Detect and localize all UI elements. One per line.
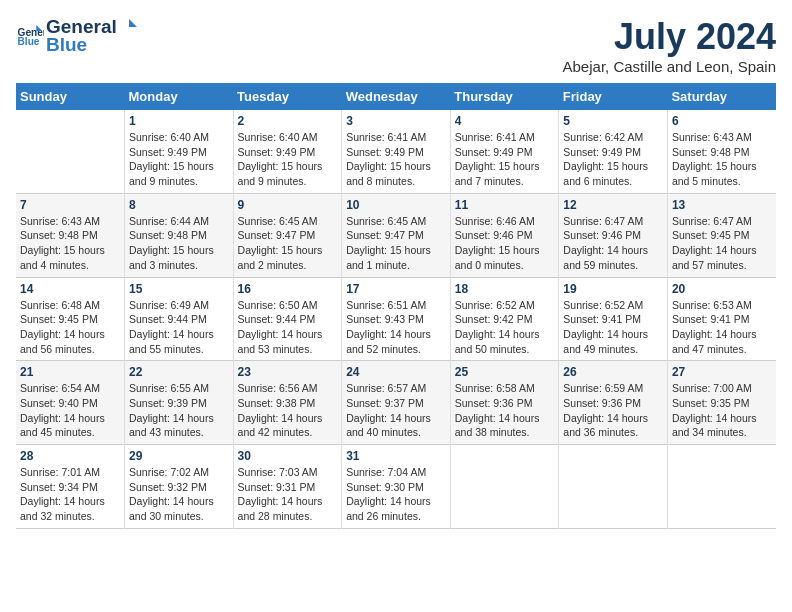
calendar-week-row: 7Sunrise: 6:43 AMSunset: 9:48 PMDaylight…: [16, 193, 776, 277]
header-friday: Friday: [559, 83, 668, 110]
calendar-cell: 19Sunrise: 6:52 AMSunset: 9:41 PMDayligh…: [559, 277, 668, 361]
cell-info: Sunrise: 6:51 AMSunset: 9:43 PMDaylight:…: [346, 299, 431, 355]
cell-info: Sunrise: 7:03 AMSunset: 9:31 PMDaylight:…: [238, 466, 323, 522]
calendar-cell: 4Sunrise: 6:41 AMSunset: 9:49 PMDaylight…: [450, 110, 559, 193]
calendar-cell: 8Sunrise: 6:44 AMSunset: 9:48 PMDaylight…: [125, 193, 234, 277]
day-number: 18: [455, 282, 555, 296]
svg-text:Blue: Blue: [18, 36, 40, 47]
cell-info: Sunrise: 6:56 AMSunset: 9:38 PMDaylight:…: [238, 382, 323, 438]
calendar-cell: 29Sunrise: 7:02 AMSunset: 9:32 PMDayligh…: [125, 445, 234, 529]
calendar-cell: 31Sunrise: 7:04 AMSunset: 9:30 PMDayligh…: [342, 445, 451, 529]
cell-info: Sunrise: 6:58 AMSunset: 9:36 PMDaylight:…: [455, 382, 540, 438]
calendar-cell: 11Sunrise: 6:46 AMSunset: 9:46 PMDayligh…: [450, 193, 559, 277]
calendar-cell: 5Sunrise: 6:42 AMSunset: 9:49 PMDaylight…: [559, 110, 668, 193]
cell-info: Sunrise: 6:43 AMSunset: 9:48 PMDaylight:…: [20, 215, 105, 271]
day-number: 16: [238, 282, 338, 296]
calendar-cell: 17Sunrise: 6:51 AMSunset: 9:43 PMDayligh…: [342, 277, 451, 361]
cell-info: Sunrise: 6:47 AMSunset: 9:46 PMDaylight:…: [563, 215, 648, 271]
header-saturday: Saturday: [667, 83, 776, 110]
day-number: 21: [20, 365, 120, 379]
day-number: 4: [455, 114, 555, 128]
calendar-cell: [667, 445, 776, 529]
page-header: General Blue General Blue July 2024 Abej…: [16, 16, 776, 75]
header-monday: Monday: [125, 83, 234, 110]
cell-info: Sunrise: 7:00 AMSunset: 9:35 PMDaylight:…: [672, 382, 757, 438]
location-subtitle: Abejar, Castille and Leon, Spain: [563, 58, 776, 75]
cell-info: Sunrise: 6:45 AMSunset: 9:47 PMDaylight:…: [238, 215, 323, 271]
header-tuesday: Tuesday: [233, 83, 342, 110]
cell-info: Sunrise: 6:47 AMSunset: 9:45 PMDaylight:…: [672, 215, 757, 271]
day-number: 12: [563, 198, 663, 212]
calendar-header-row: SundayMondayTuesdayWednesdayThursdayFrid…: [16, 83, 776, 110]
day-number: 27: [672, 365, 772, 379]
calendar-week-row: 21Sunrise: 6:54 AMSunset: 9:40 PMDayligh…: [16, 361, 776, 445]
calendar-week-row: 14Sunrise: 6:48 AMSunset: 9:45 PMDayligh…: [16, 277, 776, 361]
logo-chevron-icon: [117, 16, 139, 38]
day-number: 20: [672, 282, 772, 296]
calendar-cell: [559, 445, 668, 529]
header-thursday: Thursday: [450, 83, 559, 110]
calendar-cell: 6Sunrise: 6:43 AMSunset: 9:48 PMDaylight…: [667, 110, 776, 193]
calendar-cell: 9Sunrise: 6:45 AMSunset: 9:47 PMDaylight…: [233, 193, 342, 277]
calendar-table: SundayMondayTuesdayWednesdayThursdayFrid…: [16, 83, 776, 529]
day-number: 2: [238, 114, 338, 128]
calendar-cell: 27Sunrise: 7:00 AMSunset: 9:35 PMDayligh…: [667, 361, 776, 445]
header-sunday: Sunday: [16, 83, 125, 110]
calendar-cell: 18Sunrise: 6:52 AMSunset: 9:42 PMDayligh…: [450, 277, 559, 361]
calendar-cell: [450, 445, 559, 529]
day-number: 11: [455, 198, 555, 212]
calendar-cell: 15Sunrise: 6:49 AMSunset: 9:44 PMDayligh…: [125, 277, 234, 361]
day-number: 5: [563, 114, 663, 128]
cell-info: Sunrise: 6:59 AMSunset: 9:36 PMDaylight:…: [563, 382, 648, 438]
day-number: 3: [346, 114, 446, 128]
cell-info: Sunrise: 7:04 AMSunset: 9:30 PMDaylight:…: [346, 466, 431, 522]
calendar-cell: 25Sunrise: 6:58 AMSunset: 9:36 PMDayligh…: [450, 361, 559, 445]
cell-info: Sunrise: 6:52 AMSunset: 9:41 PMDaylight:…: [563, 299, 648, 355]
calendar-cell: 30Sunrise: 7:03 AMSunset: 9:31 PMDayligh…: [233, 445, 342, 529]
day-number: 23: [238, 365, 338, 379]
calendar-cell: 21Sunrise: 6:54 AMSunset: 9:40 PMDayligh…: [16, 361, 125, 445]
cell-info: Sunrise: 6:50 AMSunset: 9:44 PMDaylight:…: [238, 299, 323, 355]
month-year-title: July 2024: [563, 16, 776, 58]
calendar-cell: 14Sunrise: 6:48 AMSunset: 9:45 PMDayligh…: [16, 277, 125, 361]
calendar-cell: 22Sunrise: 6:55 AMSunset: 9:39 PMDayligh…: [125, 361, 234, 445]
calendar-cell: 23Sunrise: 6:56 AMSunset: 9:38 PMDayligh…: [233, 361, 342, 445]
day-number: 17: [346, 282, 446, 296]
day-number: 22: [129, 365, 229, 379]
cell-info: Sunrise: 6:44 AMSunset: 9:48 PMDaylight:…: [129, 215, 214, 271]
calendar-cell: 13Sunrise: 6:47 AMSunset: 9:45 PMDayligh…: [667, 193, 776, 277]
day-number: 31: [346, 449, 446, 463]
cell-info: Sunrise: 7:01 AMSunset: 9:34 PMDaylight:…: [20, 466, 105, 522]
calendar-cell: 10Sunrise: 6:45 AMSunset: 9:47 PMDayligh…: [342, 193, 451, 277]
logo: General Blue General Blue: [16, 16, 139, 56]
day-number: 30: [238, 449, 338, 463]
title-block: July 2024 Abejar, Castille and Leon, Spa…: [563, 16, 776, 75]
cell-info: Sunrise: 6:49 AMSunset: 9:44 PMDaylight:…: [129, 299, 214, 355]
calendar-cell: 1Sunrise: 6:40 AMSunset: 9:49 PMDaylight…: [125, 110, 234, 193]
cell-info: Sunrise: 6:48 AMSunset: 9:45 PMDaylight:…: [20, 299, 105, 355]
cell-info: Sunrise: 6:43 AMSunset: 9:48 PMDaylight:…: [672, 131, 757, 187]
cell-info: Sunrise: 6:45 AMSunset: 9:47 PMDaylight:…: [346, 215, 431, 271]
day-number: 7: [20, 198, 120, 212]
calendar-week-row: 28Sunrise: 7:01 AMSunset: 9:34 PMDayligh…: [16, 445, 776, 529]
day-number: 24: [346, 365, 446, 379]
day-number: 25: [455, 365, 555, 379]
day-number: 10: [346, 198, 446, 212]
calendar-cell: 2Sunrise: 6:40 AMSunset: 9:49 PMDaylight…: [233, 110, 342, 193]
day-number: 28: [20, 449, 120, 463]
day-number: 26: [563, 365, 663, 379]
day-number: 8: [129, 198, 229, 212]
cell-info: Sunrise: 6:54 AMSunset: 9:40 PMDaylight:…: [20, 382, 105, 438]
day-number: 15: [129, 282, 229, 296]
day-number: 14: [20, 282, 120, 296]
calendar-cell: [16, 110, 125, 193]
calendar-week-row: 1Sunrise: 6:40 AMSunset: 9:49 PMDaylight…: [16, 110, 776, 193]
cell-info: Sunrise: 6:57 AMSunset: 9:37 PMDaylight:…: [346, 382, 431, 438]
calendar-cell: 20Sunrise: 6:53 AMSunset: 9:41 PMDayligh…: [667, 277, 776, 361]
calendar-cell: 12Sunrise: 6:47 AMSunset: 9:46 PMDayligh…: [559, 193, 668, 277]
cell-info: Sunrise: 6:40 AMSunset: 9:49 PMDaylight:…: [129, 131, 214, 187]
calendar-cell: 26Sunrise: 6:59 AMSunset: 9:36 PMDayligh…: [559, 361, 668, 445]
day-number: 1: [129, 114, 229, 128]
cell-info: Sunrise: 6:42 AMSunset: 9:49 PMDaylight:…: [563, 131, 648, 187]
cell-info: Sunrise: 7:02 AMSunset: 9:32 PMDaylight:…: [129, 466, 214, 522]
